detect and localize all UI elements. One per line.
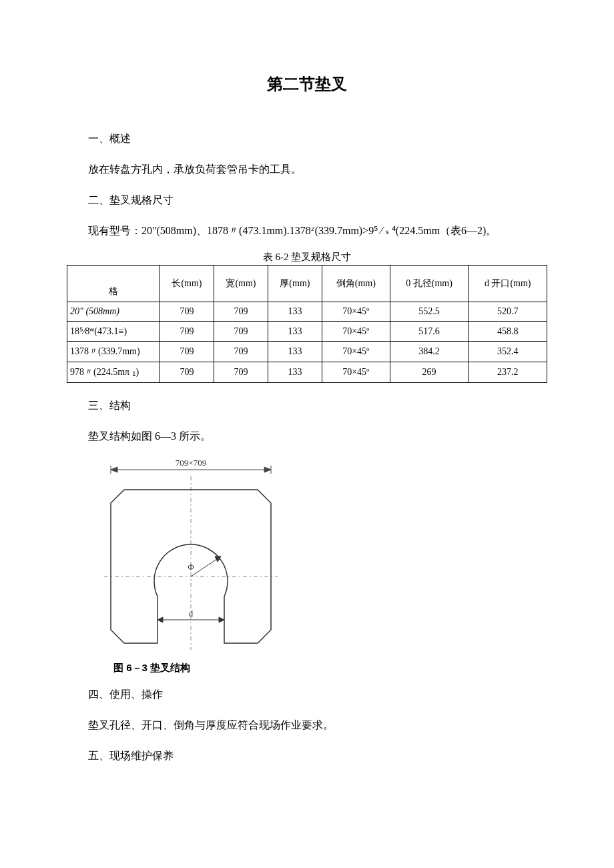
svg-marker-1 (111, 467, 117, 472)
cell-opening: 520.7 (469, 302, 547, 322)
section-5-heading: 五、现场维护保养 (67, 745, 547, 767)
page-title: 第二节垫叉 (67, 73, 547, 95)
th-opening: d 开口(mm) (469, 266, 547, 302)
cell-diameter: 269 (390, 362, 469, 383)
th-length: 长(mm) (160, 266, 214, 302)
cell-length: 709 (160, 322, 214, 342)
cell-spec: 20" (508mm) (67, 302, 160, 322)
section-4-heading: 四、使用、操作 (67, 684, 547, 705)
th-diameter: 0 孔径(mm) (390, 266, 469, 302)
cell-thick: 133 (268, 362, 322, 383)
diagram-icon: 709×709 Φ d (91, 456, 291, 657)
cell-opening: 237.2 (469, 362, 547, 383)
cell-diameter: 517.6 (390, 322, 469, 342)
figure-caption: 图 6－3 垫叉结构 (113, 662, 547, 675)
section-2-text: 现有型号：20"(508mm)、1878〃(473.1mm).1378ᶻ(339… (67, 220, 547, 242)
th-width: 宽(mm) (214, 266, 268, 302)
section-3-heading: 三、结构 (67, 395, 547, 416)
th-spec: 格 (67, 266, 160, 302)
th-thick: 厚(mm) (268, 266, 322, 302)
cell-spec: 1378〃(339.7mm) (67, 342, 160, 362)
cell-diameter: 552.5 (390, 302, 469, 322)
cell-width: 709 (214, 302, 268, 322)
svg-marker-11 (219, 617, 224, 622)
cell-width: 709 (214, 322, 268, 342)
table-header-row: 格 长(mm) 宽(mm) 厚(mm) 倒角(mm) 0 孔径(mm) d 开口… (67, 266, 547, 302)
cell-width: 709 (214, 342, 268, 362)
cell-opening: 458.8 (469, 322, 547, 342)
table-caption: 表 6-2 垫叉规格尺寸 (67, 251, 547, 264)
section-1-text: 放在转盘方孔内，承放负荷套管吊卡的工具。 (67, 159, 547, 180)
cell-thick: 133 (268, 322, 322, 342)
svg-marker-10 (158, 617, 163, 622)
cell-length: 709 (160, 342, 214, 362)
figure-6-3: 709×709 Φ d (91, 456, 547, 657)
section-2-heading: 二、垫叉规格尺寸 (67, 189, 547, 211)
cell-length: 709 (160, 362, 214, 383)
cell-width: 709 (214, 362, 268, 383)
document-page: 第二节垫叉 一、概述 放在转盘方孔内，承放负荷套管吊卡的工具。 二、垫叉规格尺寸… (0, 0, 614, 816)
section-4-text: 垫叉孔径、开口、倒角与厚度应符合现场作业要求。 (67, 715, 547, 736)
cell-chamfer: 70×45º (322, 302, 390, 322)
cell-thick: 133 (268, 342, 322, 362)
dim-top-label: 709×709 (176, 458, 206, 468)
cell-opening: 352.4 (469, 342, 547, 362)
cell-diameter: 384.2 (390, 342, 469, 362)
svg-marker-2 (264, 467, 271, 472)
table-row: 18⁵⁄8ʷ(473.1≡) 709 709 133 70×45º 517.6 … (67, 322, 547, 342)
phi-label: Φ (188, 562, 194, 572)
section-3-text: 垫叉结构如图 6—3 所示。 (67, 426, 547, 447)
th-chamfer: 倒角(mm) (322, 266, 390, 302)
cell-chamfer: 70×45º (322, 362, 390, 383)
table-row: 1378〃(339.7mm) 709 709 133 70×45º 384.2 … (67, 342, 547, 362)
table-row: 20" (508mm) 709 709 133 70×45º 552.5 520… (67, 302, 547, 322)
cell-chamfer: 70×45º (322, 342, 390, 362)
cell-chamfer: 70×45º (322, 322, 390, 342)
cell-length: 709 (160, 302, 214, 322)
section-1-heading: 一、概述 (67, 128, 547, 149)
cell-thick: 133 (268, 302, 322, 322)
table-row: 978〃(224.5mπ ₁) 709 709 133 70×45º 269 2… (67, 362, 547, 383)
cell-spec: 18⁵⁄8ʷ(473.1≡) (67, 322, 160, 342)
cell-spec: 978〃(224.5mπ ₁) (67, 362, 160, 383)
spec-table: 格 长(mm) 宽(mm) 厚(mm) 倒角(mm) 0 孔径(mm) d 开口… (67, 265, 547, 383)
d-label: d (189, 608, 194, 618)
